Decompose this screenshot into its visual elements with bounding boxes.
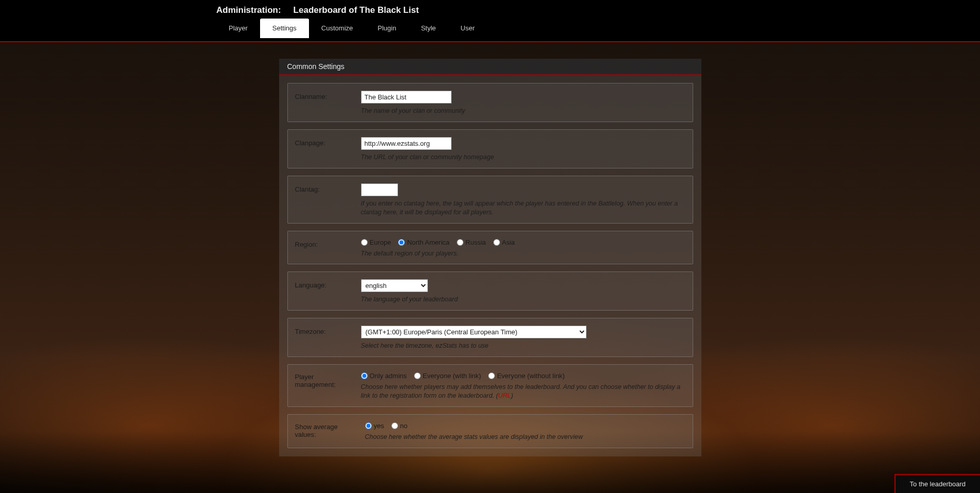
avg-no-radio[interactable] xyxy=(391,422,398,429)
pm-url-link[interactable]: URL xyxy=(498,392,511,399)
show-average-hint: Choose here whether the average stats va… xyxy=(365,433,685,441)
pm-only-admins-radio[interactable] xyxy=(361,372,368,379)
setting-clanpage: Clanpage: The URL of your clan or commun… xyxy=(287,129,693,168)
avg-no-option[interactable]: no xyxy=(391,422,407,430)
region-russia-option[interactable]: Russia xyxy=(457,239,486,246)
top-bar: Administration: Leaderboard of The Black… xyxy=(0,0,980,42)
tab-user[interactable]: User xyxy=(448,19,487,38)
clanpage-hint: The URL of your clan or community homepa… xyxy=(361,153,685,162)
pm-everyone-without-link-radio[interactable] xyxy=(488,372,495,379)
region-label: Region: xyxy=(295,239,353,258)
page-title: Leaderboard of The Black List xyxy=(294,5,419,15)
region-hint: The default region of your players. xyxy=(361,249,685,258)
timezone-select[interactable]: (GMT+1:00) Europe/Paris (Central Europea… xyxy=(361,326,587,338)
tab-settings[interactable]: Settings xyxy=(260,19,309,38)
region-europe-radio[interactable] xyxy=(361,239,368,246)
show-average-label: Show average values: xyxy=(295,422,357,441)
tab-player[interactable]: Player xyxy=(216,19,260,38)
setting-player-management: Player management: Only admins Everyone … xyxy=(287,364,693,407)
avg-yes-radio[interactable] xyxy=(365,422,372,429)
clantag-hint: If you enter no clantag here, the tag wi… xyxy=(361,199,685,217)
region-north-america-option[interactable]: North America xyxy=(398,239,449,246)
player-management-hint: Choose here whether players may add them… xyxy=(361,383,685,400)
clantag-label: Clantag: xyxy=(295,183,353,217)
clanpage-input[interactable] xyxy=(361,137,452,150)
region-europe-option[interactable]: Europe xyxy=(361,239,391,246)
language-select[interactable]: english xyxy=(361,279,428,292)
timezone-hint: Select here the timezone, ezStats has to… xyxy=(361,342,685,350)
tab-customize[interactable]: Customize xyxy=(309,19,365,38)
setting-region: Region: Europe North America Russia Asia… xyxy=(287,231,693,265)
setting-clanname: Clanname: The name of your clan or commu… xyxy=(287,83,693,122)
panel-body: Clanname: The name of your clan or commu… xyxy=(279,75,701,456)
setting-clantag: Clantag: If you enter no clantag here, t… xyxy=(287,176,693,224)
tab-bar: Player Settings Customize Plugin Style U… xyxy=(216,19,639,38)
clanname-label: Clanname: xyxy=(295,91,353,115)
region-north-america-radio[interactable] xyxy=(398,239,405,246)
pm-everyone-with-link-radio[interactable] xyxy=(414,372,421,379)
language-label: Language: xyxy=(295,279,353,304)
player-management-label: Player management: xyxy=(295,372,353,400)
timezone-label: Timezone: xyxy=(295,326,353,350)
panel-title: Common Settings xyxy=(279,59,701,75)
region-asia-option[interactable]: Asia xyxy=(493,239,515,246)
setting-language: Language: english The language of your l… xyxy=(287,271,693,311)
admin-label: Administration: xyxy=(216,5,281,15)
tab-style[interactable]: Style xyxy=(408,19,448,38)
clanname-hint: The name of your clan or community xyxy=(361,107,685,115)
avg-yes-option[interactable]: yes xyxy=(365,422,384,430)
pm-everyone-with-link-option[interactable]: Everyone (with link) xyxy=(414,372,481,380)
main-panel: Common Settings Clanname: The name of yo… xyxy=(279,59,701,456)
clantag-input[interactable] xyxy=(361,183,398,196)
region-asia-radio[interactable] xyxy=(493,239,500,246)
clanpage-label: Clanpage: xyxy=(295,137,353,162)
clanname-input[interactable] xyxy=(361,91,452,104)
pm-everyone-without-link-option[interactable]: Everyone (without link) xyxy=(488,372,565,380)
setting-show-average: Show average values: yes no Choose here … xyxy=(287,414,693,448)
pm-only-admins-option[interactable]: Only admins xyxy=(361,372,407,380)
setting-timezone: Timezone: (GMT+1:00) Europe/Paris (Centr… xyxy=(287,318,693,357)
region-russia-radio[interactable] xyxy=(457,239,463,246)
tab-plugin[interactable]: Plugin xyxy=(365,19,408,38)
language-hint: The language of your leaderboard xyxy=(361,295,685,304)
